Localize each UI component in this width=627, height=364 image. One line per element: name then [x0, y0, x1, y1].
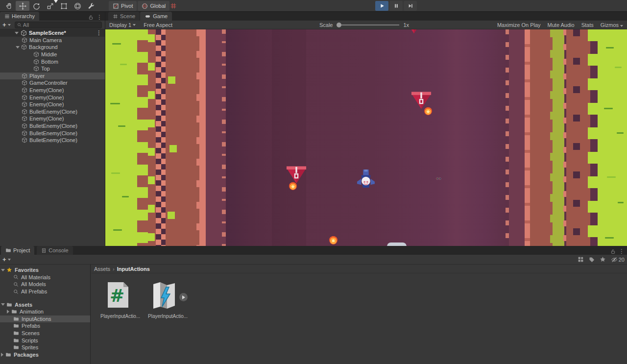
tree-item-scripts[interactable]: Scripts [0, 337, 90, 344]
hierarchy-search[interactable] [15, 22, 102, 28]
play-button[interactable] [375, 1, 388, 11]
tab-hierarchy[interactable]: Hierarchy [0, 12, 39, 21]
hierarchy-item-bulletenemy-clone[interactable]: BulletEnemy(Clone) [0, 122, 105, 130]
foldout-icon[interactable] [1, 303, 5, 306]
checker-strip-left [156, 29, 166, 246]
hierarchy-item-bulletenemy-clone[interactable]: BulletEnemy(Clone) [0, 137, 105, 144]
file-csharp-script[interactable]: # PlayerInputActio... [100, 279, 135, 319]
kebab-menu-icon[interactable]: ⋮ [619, 248, 625, 255]
mute-audio-button[interactable]: Mute Audio [548, 22, 575, 28]
foldout-icon[interactable] [1, 353, 3, 357]
hierarchy-item-enemy-clone[interactable]: Enemy(Clone) [0, 101, 105, 108]
global-toggle[interactable]: Global [138, 1, 169, 11]
tree-item-all-models[interactable]: All Models [0, 281, 90, 288]
hierarchy-item-bulletenemy-clone[interactable]: BulletEnemy(Clone) [0, 108, 105, 116]
grid-snap-icon[interactable] [167, 1, 180, 11]
foldout-icon[interactable] [16, 46, 20, 49]
hierarchy-item-enemy-clone[interactable]: Enemy(Clone) [0, 87, 105, 94]
gameobject-cube-icon [22, 37, 27, 43]
maximize-on-play-button[interactable]: Maximize On Play [497, 22, 541, 28]
grass-dash [110, 103, 120, 104]
transform-tool-icon[interactable] [71, 1, 84, 11]
tree-item-all-prefabs[interactable]: All Prefabs [0, 288, 90, 295]
create-caret-icon[interactable] [8, 259, 11, 261]
breadcrumb-assets[interactable]: Assets [94, 266, 110, 272]
scale-slider-track[interactable] [341, 24, 399, 25]
display-dropdown[interactable]: Display 1 [109, 22, 136, 28]
hierarchy-item-enemy-clone[interactable]: Enemy(Clone) [0, 94, 105, 101]
tree-item-animation[interactable]: Animation [0, 308, 90, 315]
foldout-icon[interactable] [15, 32, 19, 34]
create-caret-icon[interactable] [8, 24, 11, 26]
pause-button[interactable] [389, 1, 403, 11]
csharp-file-icon: # [102, 279, 133, 311]
gameobject-cube-icon [22, 80, 27, 86]
item-label: Background [29, 44, 58, 50]
tree-item-sprites[interactable]: Sprites [0, 344, 90, 351]
item-label: Player [29, 73, 45, 79]
hierarchy-item-top[interactable]: Top [0, 65, 105, 73]
tree-item-prefabs[interactable]: Prefabs [0, 322, 90, 330]
grass-dash [113, 229, 122, 231]
lock-icon[interactable] [610, 249, 616, 254]
hierarchy-item-main-camera[interactable]: Main Camera [0, 37, 105, 44]
pivot-toggle[interactable]: Pivot [109, 1, 137, 11]
tree-item-favorites[interactable]: Favorites [0, 267, 90, 274]
hierarchy-item-player[interactable]: Player [0, 73, 105, 80]
tree-item-assets[interactable]: Assets [0, 301, 90, 308]
file-input-action-asset[interactable]: PlayerInputActio... [148, 279, 182, 319]
custom-tool-icon[interactable] [84, 1, 98, 11]
search-by-label-icon[interactable] [589, 257, 595, 263]
gizmos-dropdown[interactable]: Gizmos [601, 22, 623, 28]
tree-label: All Materials [21, 274, 50, 280]
file-name: PlayerInputActio... [148, 314, 182, 319]
rotate-tool-icon[interactable] [29, 1, 43, 11]
eye-slash-icon [611, 256, 618, 263]
foldout-icon[interactable] [1, 269, 5, 271]
hierarchy-item-enemy-clone[interactable]: Enemy(Clone) [0, 115, 105, 122]
search-icon [13, 289, 19, 294]
game-view-panel: Scene Game Display 1 Free Aspect Scale 1… [105, 12, 627, 246]
salmon-stripe-right [525, 29, 530, 246]
hierarchy-item-bulletenemy-clone[interactable]: BulletEnemy(Clone) [0, 129, 105, 137]
hierarchy-item-background[interactable]: Background [0, 44, 105, 51]
hierarchy-scene-row[interactable]: SampleScene* ⋮ [0, 29, 105, 37]
tree-item-inputactions[interactable]: InputActions [0, 315, 90, 323]
rect-tool-icon[interactable] [57, 1, 71, 11]
grass-block [168, 212, 175, 219]
stats-button[interactable]: Stats [581, 22, 594, 28]
tree-item-all-materials[interactable]: All Materials [0, 274, 90, 281]
lock-icon[interactable] [88, 15, 94, 20]
grass-dash [617, 132, 624, 134]
favorites-star-icon[interactable] [600, 256, 606, 263]
create-button[interactable]: + [2, 256, 6, 263]
tab-console[interactable]: Console [37, 246, 72, 255]
play-controls [375, 1, 417, 11]
search-by-type-icon[interactable] [578, 256, 584, 263]
scale-label: Scale [319, 22, 333, 28]
aspect-dropdown[interactable]: Free Aspect [144, 22, 172, 28]
tree-item-packages[interactable]: Packages [0, 351, 90, 359]
hidden-packages-toggle[interactable]: 20 [611, 256, 625, 263]
item-label: BulletEnemy(Clone) [29, 109, 77, 115]
move-tool-icon[interactable] [16, 1, 29, 11]
tree-item-scenes[interactable]: Scenes [0, 330, 90, 337]
hierarchy-item-middle[interactable]: Middle [0, 51, 105, 58]
hidden-packages-count: 20 [619, 257, 625, 263]
tab-project[interactable]: Project [1, 246, 34, 255]
hierarchy-item-gamecontroller[interactable]: GameController [0, 79, 105, 87]
grass-strip-right [598, 29, 627, 246]
scene-kebab-icon[interactable]: ⋮ [96, 29, 105, 36]
kebab-menu-icon[interactable]: ⋮ [96, 14, 102, 21]
hand-tool-icon[interactable] [2, 1, 16, 11]
tab-game[interactable]: Game [140, 12, 172, 21]
tab-scene[interactable]: Scene [108, 12, 140, 21]
game-viewport[interactable]: ↔ [105, 29, 627, 246]
hierarchy-search-input[interactable] [23, 22, 99, 28]
hierarchy-item-bottom[interactable]: Bottom [0, 58, 105, 65]
foldout-icon[interactable] [7, 310, 9, 314]
step-button[interactable] [404, 1, 417, 11]
subasset-expand-badge[interactable] [179, 293, 188, 301]
scale-slider-knob[interactable] [337, 23, 341, 27]
create-button[interactable]: + [2, 21, 6, 28]
